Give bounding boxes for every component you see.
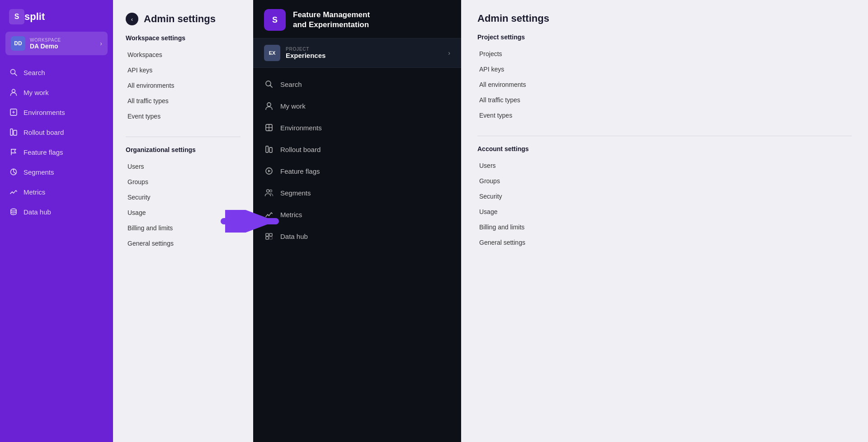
dark-nav-environments[interactable]: Environments [253, 117, 461, 138]
right-settings-users[interactable]: Users [477, 158, 852, 173]
right-settings-usage[interactable]: Usage [477, 204, 852, 219]
admin-panel-header: ‹ Admin settings [113, 0, 253, 34]
dark-nav-search[interactable]: Search [253, 73, 461, 95]
settings-all-environments[interactable]: All environments [126, 78, 241, 93]
svg-rect-28 [269, 237, 272, 239]
chart-icon [9, 187, 18, 196]
sidebar-item-environments-label: Environments [24, 109, 65, 116]
sidebar-item-segments-label: Segments [24, 168, 54, 176]
app-header: S Feature Managementand Experimentation [253, 0, 461, 38]
project-chevron-icon: › [448, 49, 450, 57]
svg-line-14 [270, 86, 273, 88]
app-logo-icon: S [269, 14, 281, 26]
dark-nav-my-work-label: My work [280, 102, 306, 110]
dark-database-icon [264, 231, 274, 241]
sidebar-item-search[interactable]: Search [0, 62, 113, 82]
settings-workspaces[interactable]: Workspaces [126, 47, 241, 62]
right-settings-all-environments[interactable]: All environments [477, 77, 852, 92]
dark-nav-data-hub-label: Data hub [280, 233, 308, 240]
right-settings-general[interactable]: General settings [477, 235, 852, 250]
sidebar-item-feature-flags-label: Feature flags [24, 148, 63, 156]
right-settings-api-keys[interactable]: API keys [477, 62, 852, 77]
app-title: Feature Managementand Experimentation [293, 10, 370, 30]
settings-api-keys[interactable]: API keys [126, 62, 241, 78]
svg-rect-6 [10, 129, 13, 135]
right-settings-groups[interactable]: Groups [477, 173, 852, 189]
workspace-chevron-icon: › [100, 40, 102, 47]
settings-event-types[interactable]: Event types [126, 109, 241, 124]
dark-flag-icon [264, 166, 274, 176]
svg-point-4 [12, 90, 15, 93]
workspace-avatar: DD [11, 36, 25, 51]
project-row[interactable]: EX PROJECT Experiences › [253, 38, 461, 68]
sidebar-item-data-hub-label: Data hub [24, 208, 51, 216]
svg-point-23 [267, 190, 269, 192]
right-settings-billing[interactable]: Billing and limits [477, 219, 852, 235]
project-info: PROJECT Experiences [286, 47, 443, 59]
dark-cube-icon [264, 123, 274, 133]
grid-icon [9, 128, 18, 137]
svg-rect-25 [266, 233, 269, 236]
svg-text:S: S [272, 15, 278, 24]
sidebar-item-search-label: Search [24, 69, 45, 76]
left-sidebar: S split DD WORKSPACE DA Demo › Search My… [0, 0, 113, 442]
organizational-settings-title: Organizational settings [126, 146, 241, 153]
settings-security[interactable]: Security [126, 190, 241, 205]
database-icon [9, 207, 18, 216]
workspace-settings-title: Workspace settings [126, 34, 241, 42]
dark-nav-feature-flags[interactable]: Feature flags [253, 160, 461, 182]
dark-nav-segments[interactable]: Segments [253, 182, 461, 204]
svg-point-24 [270, 190, 272, 192]
settings-groups[interactable]: Groups [126, 174, 241, 190]
right-settings-panel: Admin settings Project settings Projects… [461, 0, 868, 442]
right-panel-title: Admin settings [477, 13, 852, 24]
sidebar-item-rollout-board-label: Rollout board [24, 128, 64, 136]
sidebar-item-segments[interactable]: Segments [0, 162, 113, 182]
project-name: Experiences [286, 52, 443, 59]
workspace-selector[interactable]: DD WORKSPACE DA Demo › [5, 32, 108, 55]
sidebar-item-my-work[interactable]: My work [0, 82, 113, 102]
svg-point-9 [11, 209, 16, 211]
dark-nav-rollout-board[interactable]: Rollout board [253, 138, 461, 160]
flag-icon [9, 147, 18, 157]
admin-panel-title: Admin settings [144, 13, 216, 25]
right-settings-security[interactable]: Security [477, 189, 852, 204]
workspace-name: DA Demo [30, 43, 95, 50]
settings-users[interactable]: Users [126, 159, 241, 174]
sidebar-item-data-hub[interactable]: Data hub [0, 202, 113, 222]
dark-nav-environments-label: Environments [280, 124, 322, 132]
center-panel: S Feature Managementand Experimentation … [253, 0, 461, 442]
workspace-settings-section: Workspace settings Workspaces API keys A… [113, 34, 253, 133]
dark-nav-my-work[interactable]: My work [253, 95, 461, 117]
svg-rect-27 [269, 233, 272, 236]
dark-nav-feature-flags-label: Feature flags [280, 167, 320, 175]
logo-label: split [24, 11, 45, 23]
sidebar-item-metrics[interactable]: Metrics [0, 182, 113, 202]
right-account-settings-title: Account settings [477, 145, 852, 152]
back-button[interactable]: ‹ [126, 13, 138, 25]
settings-all-traffic-types[interactable]: All traffic types [126, 93, 241, 109]
right-project-settings-title: Project settings [477, 33, 852, 41]
settings-general[interactable]: General settings [126, 236, 241, 251]
cube-icon [9, 108, 18, 117]
right-settings-projects[interactable]: Projects [477, 46, 852, 62]
split-logo-icon: S [9, 9, 24, 24]
dark-nav-segments-label: Segments [280, 189, 311, 197]
pie-icon [9, 167, 18, 176]
right-account-settings-section: Account settings Users Groups Security U… [461, 145, 868, 259]
sidebar-item-rollout-board[interactable]: Rollout board [0, 122, 113, 142]
sidebar-nav: Search My work Environments Rollout boar… [0, 59, 113, 442]
svg-rect-7 [14, 130, 17, 135]
sidebar-item-feature-flags[interactable]: Feature flags [0, 142, 113, 162]
right-panel-header: Admin settings [461, 0, 868, 33]
dark-person-icon [264, 101, 274, 111]
project-label: PROJECT [286, 47, 443, 52]
right-settings-event-types[interactable]: Event types [477, 108, 852, 123]
right-settings-all-traffic-types[interactable]: All traffic types [477, 92, 852, 108]
workspace-info: WORKSPACE DA Demo [30, 38, 95, 50]
right-project-settings-section: Project settings Projects API keys All e… [461, 33, 868, 132]
sidebar-item-metrics-label: Metrics [24, 188, 45, 196]
sidebar-item-environments[interactable]: Environments [0, 102, 113, 122]
arrow-indicator [215, 210, 287, 233]
project-badge: EX [264, 45, 280, 61]
